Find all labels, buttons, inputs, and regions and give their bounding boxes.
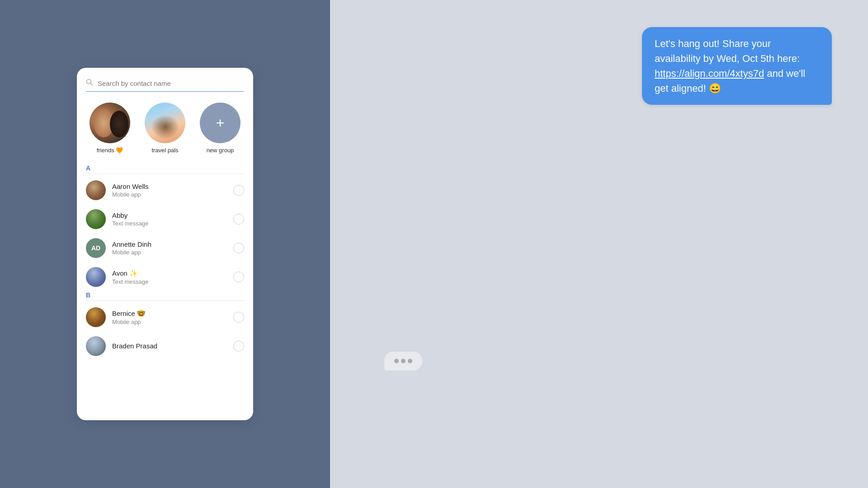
section-divider-a	[86, 174, 244, 174]
typing-dot-1	[394, 359, 399, 363]
new-group-circle[interactable]: +	[200, 103, 241, 143]
message-bubble: Let's hang out! Share your availability …	[642, 27, 832, 105]
contact-row-avon[interactable]: Avon ✨ Text message	[86, 263, 244, 291]
contact-name-bernice: Bernice 🤓	[112, 310, 233, 318]
groups-row: friends 🧡 travel pals + new group	[86, 103, 244, 154]
search-icon	[86, 79, 93, 88]
typing-bubble	[384, 352, 422, 371]
search-input[interactable]	[98, 80, 244, 87]
left-panel: friends 🧡 travel pals + new group A	[0, 0, 330, 488]
contact-name-abby: Abby	[112, 211, 233, 219]
contact-sub-annette-dinh: Mobile app	[112, 249, 233, 256]
contact-sub-bernice: Mobile app	[112, 319, 233, 325]
radio-braden-prasad[interactable]	[233, 341, 244, 352]
travel-pals-label: travel pals	[151, 147, 178, 154]
contact-row-abby[interactable]: Abby Text message	[86, 205, 244, 234]
section-a: A Aaron Wells Mobile app Abby	[86, 164, 244, 291]
contact-name-aaron-wells: Aaron Wells	[112, 183, 233, 190]
contact-list: A Aaron Wells Mobile app Abby	[86, 164, 244, 361]
search-bar[interactable]	[86, 79, 244, 92]
new-group-label: new group	[207, 147, 234, 154]
contact-card: friends 🧡 travel pals + new group A	[77, 68, 253, 420]
contact-sub-aaron-wells: Mobile app	[112, 191, 233, 198]
group-travel-pals[interactable]: travel pals	[141, 103, 189, 154]
contact-sub-abby: Text message	[112, 220, 233, 227]
contact-info-annette-dinh: Annette Dinh Mobile app	[112, 240, 233, 256]
contact-name-avon: Avon ✨	[112, 269, 233, 277]
contact-info-braden-prasad: Braden Prasad	[112, 342, 233, 351]
section-b: B Bernice 🤓 Mobile app Braden Prasad	[86, 291, 244, 361]
right-panel: Let's hang out! Share your availability …	[330, 0, 868, 488]
message-text-part1: Let's hang out! Share your availability …	[655, 38, 800, 64]
contact-info-aaron-wells: Aaron Wells Mobile app	[112, 183, 233, 198]
avatar-braden-prasad	[86, 336, 106, 356]
typing-dot-2	[401, 359, 406, 363]
svg-line-1	[91, 84, 93, 85]
radio-bernice[interactable]	[233, 312, 244, 323]
contact-info-abby: Abby Text message	[112, 211, 233, 227]
avatar-annette-dinh: AD	[86, 238, 106, 258]
initials-annette-dinh: AD	[91, 244, 100, 252]
radio-avon[interactable]	[233, 272, 244, 282]
section-letter-b: B	[86, 291, 244, 299]
message-link[interactable]: https://align.com/4xtys7d	[655, 68, 764, 79]
contact-name-braden-prasad: Braden Prasad	[112, 342, 233, 350]
group-friends[interactable]: friends 🧡	[86, 103, 134, 154]
plus-icon: +	[216, 116, 225, 130]
radio-aaron-wells[interactable]	[233, 185, 244, 196]
avatar-abby	[86, 209, 106, 229]
contact-row-annette-dinh[interactable]: AD Annette Dinh Mobile app	[86, 234, 244, 263]
radio-annette-dinh[interactable]	[233, 243, 244, 253]
friends-label: friends 🧡	[97, 147, 123, 154]
contact-info-avon: Avon ✨ Text message	[112, 269, 233, 285]
avatar-aaron-wells	[86, 180, 106, 200]
contact-sub-avon: Text message	[112, 278, 233, 285]
contact-row-aaron-wells[interactable]: Aaron Wells Mobile app	[86, 176, 244, 205]
avatar-bernice	[86, 307, 106, 327]
typing-dot-3	[408, 359, 412, 363]
avatar-avon	[86, 267, 106, 287]
friends-avatar	[90, 103, 130, 143]
contact-row-braden-prasad[interactable]: Braden Prasad	[86, 332, 244, 361]
radio-abby[interactable]	[233, 214, 244, 225]
travel-pals-avatar	[145, 103, 185, 143]
section-letter-a: A	[86, 164, 244, 172]
chat-area: Let's hang out! Share your availability …	[330, 0, 868, 488]
section-divider-b	[86, 300, 244, 301]
contact-row-bernice[interactable]: Bernice 🤓 Mobile app	[86, 303, 244, 332]
contact-info-bernice: Bernice 🤓 Mobile app	[112, 310, 233, 325]
group-new[interactable]: + new group	[196, 103, 244, 154]
contact-name-annette-dinh: Annette Dinh	[112, 240, 233, 248]
